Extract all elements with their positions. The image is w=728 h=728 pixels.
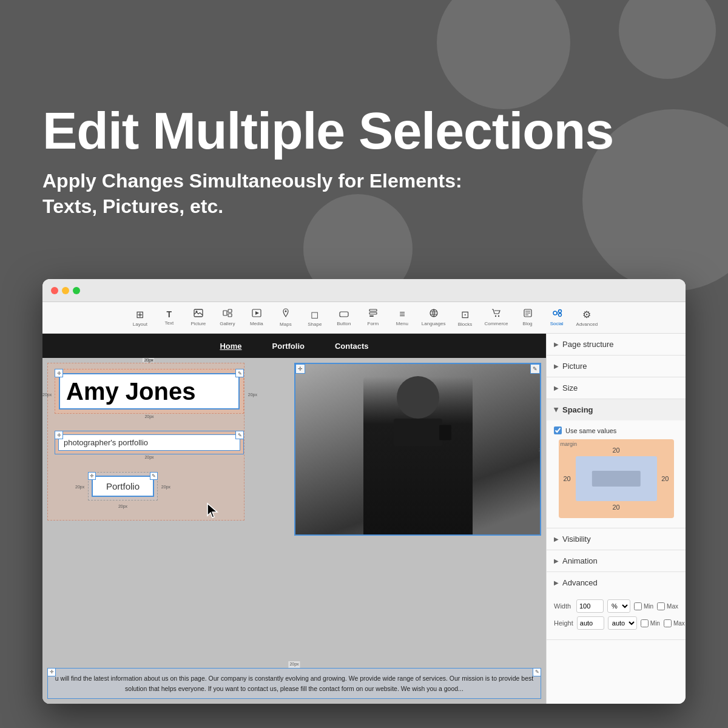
cursor-arrow	[206, 502, 220, 522]
width-max-group: Max	[657, 602, 678, 610]
use-same-values-checkbox[interactable]	[554, 426, 562, 434]
maximize-button[interactable]	[73, 287, 80, 294]
tool-layout[interactable]: ⊞ Layout	[127, 306, 153, 329]
tool-advanced[interactable]: ⚙ Advanced	[573, 306, 602, 329]
nav-home[interactable]: Home	[220, 342, 241, 351]
section-spacing: ▶ Spacing Use same values margin 20 20 2…	[547, 399, 686, 528]
edit-handle-text[interactable]: ✎	[533, 668, 541, 676]
tool-text[interactable]: T Text	[156, 307, 183, 328]
advanced-content: Width % px Min Max	[547, 593, 686, 639]
picture-icon	[194, 309, 203, 320]
section-page-structure: ▶ Page structure	[547, 334, 686, 356]
spacing-header[interactable]: ▶ Spacing	[547, 399, 686, 420]
close-button[interactable]	[51, 287, 58, 294]
picture-header[interactable]: ▶ Picture	[547, 356, 686, 377]
svg-point-21	[553, 311, 557, 315]
tool-form[interactable]: Form	[360, 306, 386, 329]
move-handle-portfolio[interactable]: ✛	[88, 472, 96, 480]
hero-section: Edit Multiple Selections Apply Changes S…	[42, 103, 686, 219]
advanced-arrow: ▶	[554, 579, 559, 586]
move-handle-text[interactable]: ✛	[47, 668, 56, 676]
move-handle-img[interactable]: ✛	[295, 364, 305, 374]
edit-handle-img[interactable]: ✎	[530, 364, 540, 374]
tool-blog[interactable]: Blog	[514, 306, 541, 329]
photographer-text[interactable]: photographer's portfollio	[58, 434, 240, 451]
svg-rect-11	[369, 315, 374, 317]
svg-rect-10	[369, 312, 377, 314]
animation-arrow: ▶	[554, 558, 559, 564]
spacing-top-indicator: 20px	[144, 358, 153, 362]
visibility-header[interactable]: ▶ Visibility	[547, 528, 686, 550]
browser-window: ⊞ Layout T Text Picture Gallery Media	[42, 279, 686, 704]
spacing-portfolio-right: 20px	[161, 484, 170, 488]
move-handle-amy[interactable]: ✛	[55, 369, 63, 377]
edit-handle-photo[interactable]: ✎	[235, 431, 244, 439]
edit-handle-portfolio[interactable]: ✎	[150, 472, 158, 480]
amy-jones-text[interactable]: Amy Jones	[59, 373, 240, 410]
width-min-checkbox[interactable]	[634, 602, 642, 610]
picture-arrow: ▶	[554, 363, 559, 369]
tool-media[interactable]: Media	[243, 306, 270, 329]
canvas-area[interactable]: Home Portfolio Contacts 20px 20px 20px	[42, 334, 546, 704]
svg-line-25	[557, 314, 559, 314]
height-unit-select[interactable]: auto px %	[608, 616, 637, 630]
photo-image-area[interactable]: ✛ ✎ 20px 40px 20px	[294, 363, 541, 536]
height-max-checkbox[interactable]	[664, 619, 672, 627]
width-max-checkbox[interactable]	[657, 602, 665, 610]
shape-icon: ◻	[311, 309, 318, 320]
width-input[interactable]	[576, 599, 604, 613]
margin-top-value: 20	[612, 447, 619, 454]
minimize-button[interactable]	[62, 287, 69, 294]
tool-languages[interactable]: Languages	[418, 306, 450, 329]
tool-gallery-label: Gallery	[220, 321, 235, 326]
width-unit-select[interactable]: % px	[607, 599, 630, 613]
spacing-portfolio-bottom: 20px	[118, 504, 127, 508]
camera-silhouette	[394, 419, 442, 446]
svg-point-12	[430, 309, 437, 317]
tool-picture-label: Picture	[190, 321, 206, 326]
tool-maps[interactable]: Maps	[272, 306, 299, 329]
page-structure-header[interactable]: ▶ Page structure	[547, 334, 686, 355]
bottom-text-block[interactable]: ✛ ✎ 20px u will find the latest informat…	[47, 668, 541, 699]
animation-header[interactable]: ▶ Animation	[547, 550, 686, 571]
height-input[interactable]	[577, 616, 604, 630]
browser-chrome	[42, 279, 686, 302]
spacing-right-indicator: 20px	[248, 392, 257, 396]
move-handle-photo[interactable]: ✛	[55, 431, 63, 439]
size-header[interactable]: ▶ Size	[547, 377, 686, 399]
tool-blocks[interactable]: ⊡ Blocks	[451, 306, 478, 329]
edit-handle-amy[interactable]: ✎	[235, 369, 244, 377]
portfolio-btn-container[interactable]: ✛ ✎ Portfolio 20px 20px 20px	[88, 472, 158, 500]
tool-media-label: Media	[250, 321, 263, 326]
tool-picture[interactable]: Picture	[185, 306, 212, 329]
photographer-container[interactable]: ✛ ✎ photographer's portfollio 20px	[55, 431, 244, 460]
tool-social[interactable]: Social	[544, 306, 570, 329]
spacing-label: Spacing	[562, 405, 593, 414]
width-min-group: Min	[634, 602, 653, 610]
tool-social-label: Social	[550, 321, 564, 326]
tool-button[interactable]: Button	[331, 306, 357, 329]
portfolio-btn[interactable]: Portfolio	[92, 476, 154, 497]
advanced-header[interactable]: ▶ Advanced	[547, 572, 686, 593]
tool-menu[interactable]: ≡ Menu	[389, 306, 416, 329]
svg-point-15	[495, 315, 496, 317]
svg-point-23	[558, 314, 561, 317]
section-advanced: ▶ Advanced Width % px Min	[547, 572, 686, 640]
amy-jones-container[interactable]: 20px 20px 20px ✛ ✎ Amy Jones	[55, 369, 244, 419]
tool-commerce[interactable]: Commerce	[480, 306, 511, 329]
section-animation: ▶ Animation	[547, 550, 686, 572]
gallery-icon	[223, 309, 232, 320]
right-panel: ▶ Page structure ▶ Picture ▶ Size	[546, 334, 686, 704]
advanced-icon: ⚙	[582, 309, 591, 320]
nav-portfolio[interactable]: Portfolio	[272, 342, 305, 351]
tool-menu-label: Menu	[396, 321, 408, 326]
tool-languages-label: Languages	[422, 321, 446, 326]
svg-marker-6	[255, 311, 259, 315]
width-label: Width	[554, 602, 573, 610]
tool-gallery[interactable]: Gallery	[214, 306, 241, 329]
use-same-values-label: Use same values	[565, 427, 616, 434]
nav-contacts[interactable]: Contacts	[335, 342, 369, 351]
picture-label: Picture	[562, 362, 587, 371]
height-min-checkbox[interactable]	[641, 619, 649, 627]
tool-shape[interactable]: ◻ Shape	[302, 306, 328, 329]
